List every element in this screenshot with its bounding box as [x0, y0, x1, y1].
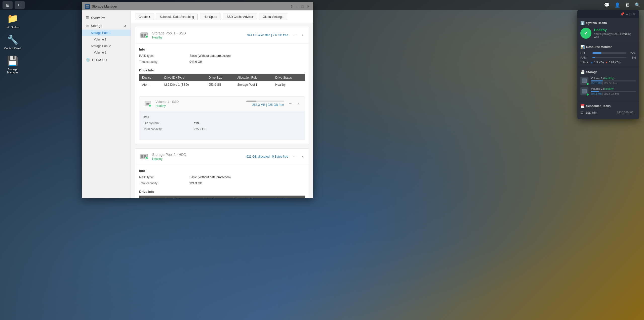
scheduled-icon: 📅: [580, 104, 585, 108]
sidebar-storage-section[interactable]: ⊞ Storage ∧: [82, 22, 131, 30]
total-vals: ▲ 1.3 KB/s ▼ 0.82 KB/s: [590, 61, 621, 64]
pool1-name: Storage Pool 1 - SSD: [152, 31, 244, 35]
system-health-title: ℹ️ System Health: [580, 21, 636, 25]
hot-spare-button[interactable]: Hot Spare: [200, 14, 221, 20]
pool1-drive-id: M.2 Drive 1 (SSD): [161, 81, 206, 88]
pool1-body: Info RAID type: Basic (Without data prot…: [135, 43, 309, 92]
cpu-row: CPU 27%: [580, 52, 636, 55]
main-content: Create Schedule Data Scrubbing Hot Spare…: [131, 11, 313, 198]
system-health-section: ℹ️ System Health ✓ Healthy Your Synology…: [577, 18, 639, 42]
pool2-raid-label: RAID type:: [139, 175, 189, 180]
pool2-body: Info RAID type: Basic (Without data prot…: [135, 165, 309, 198]
widget-vol1-dot: [586, 83, 589, 85]
window-button[interactable]: □: [15, 1, 25, 9]
pool1-collapse-button[interactable]: ∧: [301, 32, 305, 38]
volume1-info: Volume 1 - SSD Healthy: [155, 100, 243, 108]
volume1-status: Healthy: [155, 104, 243, 108]
widget-maximize-button[interactable]: □: [629, 12, 631, 16]
widget-minimize-button[interactable]: –: [626, 12, 628, 16]
pool1-col-drive-status: Drive Status: [272, 74, 305, 81]
pool1-drive-table: Device Drive ID / Type Drive Size Alloca…: [139, 74, 305, 88]
volume1-usage: 253.3 MB | 925 GB free: [246, 101, 284, 107]
pool2-collapse-button[interactable]: ∧: [301, 154, 305, 159]
pool1-info: Storage Pool 1 - SSD Healthy: [152, 31, 244, 39]
pool2-header: ✓ Storage Pool 2 - HDD Healthy: [135, 149, 309, 165]
pool2-actions: ··· ∧: [291, 153, 305, 160]
pool1-more-button[interactable]: ···: [291, 32, 299, 38]
volume1-actions: ··· ∧: [287, 100, 301, 107]
sidebar-item-pool2[interactable]: Storage Pool 2: [82, 43, 131, 49]
sidebar-item-volume1[interactable]: Volume 1: [82, 36, 131, 43]
volume1-header: ✓ Volume 1 - SSD Healthy: [139, 97, 305, 111]
pool1-type: - SSD: [177, 31, 186, 35]
apps-button[interactable]: ⊞: [3, 1, 13, 9]
pool2-raid-value: Basic (Without data protection): [189, 175, 305, 180]
control-panel-icon[interactable]: 🔧 Control Panel: [3, 34, 23, 50]
pool2-more-button[interactable]: ···: [291, 153, 299, 160]
scheduled-tasks-section: 📅 Scheduled Tasks ☑ SSD Trim 03/10/2024 …: [577, 101, 639, 119]
task-checkbox-icon: ☑: [580, 111, 583, 114]
pool1-usage: 941 GB allocated | 2.6 GB free: [247, 33, 288, 37]
file-station-icon[interactable]: 📁 File Station: [3, 13, 23, 29]
svg-rect-19: [582, 89, 587, 93]
sidebar-volume2-label: Volume 2: [94, 51, 106, 54]
volume1-usage-text: 253.3 MB | 925 GB free: [246, 103, 284, 107]
volume1-collapse-button[interactable]: ∧: [296, 101, 301, 106]
volume1-card: ✓ Volume 1 - SSD Healthy: [139, 96, 305, 140]
global-settings-button[interactable]: Global Settings: [259, 14, 287, 20]
resource-icon: 📊: [580, 45, 585, 49]
pool2-drive-info-title: Drive Info: [139, 190, 305, 194]
control-panel-label: Control Panel: [4, 47, 21, 50]
ram-pct: 8%: [628, 56, 636, 59]
ssd-cache-button[interactable]: SSD Cache Advisor: [223, 14, 257, 20]
content-area[interactable]: ✓ Storage Pool 1 - SSD Healthy: [131, 23, 313, 198]
pool1-raid-label: RAID type:: [139, 53, 189, 58]
volume1-info-grid: File system: ext4 Total capacity: 925.2 …: [143, 121, 301, 132]
pool1-info-title: Info: [139, 48, 305, 51]
volume1-more-button[interactable]: ···: [287, 100, 294, 107]
pool2-col-drive-id: Drive ID / Type: [162, 196, 202, 198]
cpu-fill: [592, 52, 601, 54]
scheduled-task-row: ☑ SSD Trim 03/10/2024 08:...: [580, 111, 636, 114]
sidebar-item-volume2[interactable]: Volume 2: [82, 49, 131, 56]
pool1-capacity-value: 943.6 GB: [189, 59, 305, 64]
pool1-card: ✓ Storage Pool 1 - SSD Healthy: [135, 27, 309, 144]
volume1-capacity-value: 925.2 GB: [194, 127, 301, 132]
create-button[interactable]: Create: [135, 14, 154, 20]
display-icon[interactable]: 🖥: [624, 1, 631, 9]
search-icon[interactable]: 🔍: [633, 1, 641, 9]
messages-icon[interactable]: 💬: [603, 1, 611, 9]
widget-vol2-bar: [591, 91, 636, 92]
ram-bar: [592, 57, 626, 58]
widget-vol1-info: Volume 1 (Healthy) 253.3 MB | 925 GB fre…: [591, 77, 636, 85]
health-status: Healthy: [594, 28, 636, 32]
widget-volume2-item: Volume 2 (Healthy) 192.1 MB | 905.4 GB f…: [580, 87, 636, 95]
widget-close-button[interactable]: ✕: [633, 12, 636, 16]
system-health-widget: 📌 – □ ✕ ℹ️ System Health ✓ Healthy Your …: [577, 10, 639, 119]
sidebar-item-hdd-ssd[interactable]: 💿 HDD/SSD: [82, 56, 131, 64]
pool2-type: - HDD: [177, 153, 186, 157]
pool2-status: Healthy: [152, 157, 244, 161]
ram-row: RAM 8%: [580, 56, 636, 59]
pool2-usage: 921 GB allocated | 0 Bytes free: [247, 155, 288, 158]
cpu-label: CPU: [580, 52, 590, 55]
storage-manager-icon[interactable]: 💾 Storage Manager: [3, 55, 23, 74]
overview-icon: ☰: [86, 16, 89, 20]
health-icon: ℹ️: [580, 21, 585, 25]
pool1-icon: ✓: [139, 30, 149, 40]
desktop-icons: 📁 File Station 🔧 Control Panel 💾 Storage…: [3, 13, 23, 74]
download-arrow: ▼: [605, 61, 608, 64]
storage-manager-window: Storage Manager ? – □ ✕ ☰ Overview ⊞ Sto…: [82, 2, 313, 198]
volume1-info-title: Info: [143, 115, 301, 119]
sidebar-storage-label: Storage: [91, 24, 102, 28]
sidebar-item-overview[interactable]: ☰ Overview: [82, 14, 131, 22]
widget-storage-title: 💾 Storage: [580, 70, 636, 74]
user-icon[interactable]: 👤: [613, 1, 621, 9]
widget-pin-button[interactable]: 📌: [620, 12, 624, 16]
schedule-scrub-button[interactable]: Schedule Data Scrubbing: [156, 14, 198, 20]
hdd-icon: 💿: [86, 58, 90, 62]
widget-vol1-name: Volume 1 (Healthy): [591, 77, 636, 80]
widget-volume1-item: Volume 1 (Healthy) 253.3 MB | 925 GB fre…: [580, 77, 636, 85]
sidebar-item-pool1[interactable]: Storage Pool 1: [82, 30, 131, 36]
volume1-usage-bar: [246, 101, 284, 102]
